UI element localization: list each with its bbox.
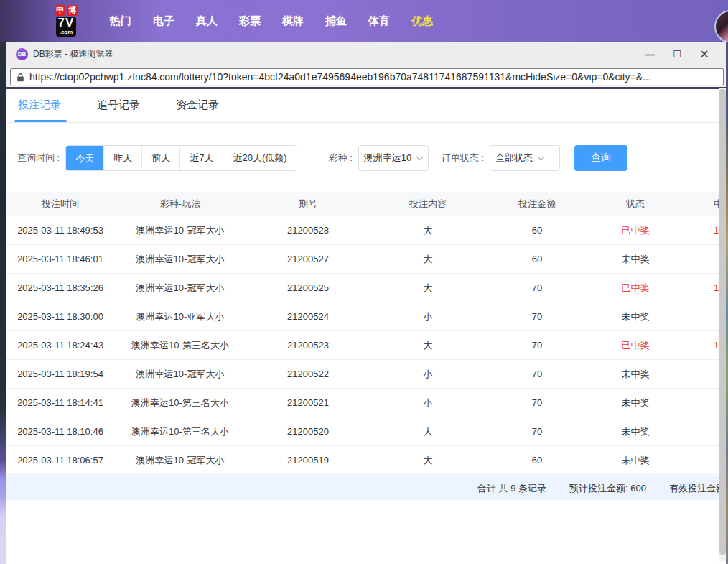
scrollbar-thumb[interactable]: [719, 89, 726, 555]
bet-time: 2025-03-11 18:35:26: [6, 282, 115, 293]
bet-time: 2025-03-11 18:46:01: [6, 254, 115, 264]
site-logo[interactable]: 申 博 7V .com: [49, 5, 83, 37]
background-page-left-edge: [0, 42, 6, 564]
menu-item-cards[interactable]: 棋牌: [282, 14, 304, 28]
time-filter-label: 查询时间 :: [17, 152, 60, 165]
time-option-yesterday[interactable]: 昨天: [103, 146, 141, 170]
bet-time: 2025-03-11 18:49:53: [6, 225, 115, 236]
bet-content: 小: [370, 368, 485, 381]
order-status-value: 全部状态: [495, 152, 533, 165]
time-option-today[interactable]: 今天: [66, 145, 103, 171]
game-play: 澳洲幸运10-第三名大小: [115, 339, 246, 352]
bet-content: 小: [370, 397, 485, 410]
menu-item-sports[interactable]: 体育: [368, 14, 390, 28]
tab-bet-records[interactable]: 投注记录: [18, 98, 61, 122]
summary-valid-amount: 有效投注金额: [669, 482, 725, 495]
game-play: 澳洲幸运10-冠军大小: [115, 368, 246, 381]
table-row: 2025-03-11 18:06:57澳洲幸运10-冠军大小21200519大6…: [6, 446, 728, 475]
chevron-down-icon: [537, 156, 545, 161]
game-play: 澳洲幸运10-冠军大小: [115, 253, 246, 266]
bet-records-table: 投注时间 彩种-玩法 期号 投注内容 投注金额 状态 中奖金额 2025-03-…: [6, 192, 728, 475]
status: 未中奖: [589, 368, 682, 381]
url-text: https://ctop02pchwp1.zfnc84.com/lottery/…: [29, 71, 651, 83]
bet-content: 小: [370, 310, 485, 323]
lock-icon: [17, 73, 24, 82]
site-navbar: 申 博 7V .com 热门 电子 真人 彩票 棋牌 捕鱼 体育 优惠: [0, 0, 728, 42]
menu-item-lottery[interactable]: 彩票: [239, 14, 261, 28]
lottery-select-value: 澳洲幸运10: [364, 152, 411, 165]
order-status-select[interactable]: 全部状态: [490, 145, 560, 171]
game-play: 澳洲幸运10-亚军大小: [115, 310, 246, 323]
time-option-2days-ago[interactable]: 前天: [141, 146, 179, 170]
issue-number: 21200519: [246, 455, 370, 466]
user-avatar[interactable]: [714, 10, 728, 43]
status: 未中奖: [589, 454, 682, 467]
status: 已中奖: [589, 282, 682, 295]
issue-number: 21200524: [246, 311, 370, 322]
status: 未中奖: [589, 397, 682, 410]
menu-item-promos[interactable]: 优惠: [411, 14, 433, 28]
tab-fund-records[interactable]: 资金记录: [176, 98, 219, 122]
status: 已中奖: [589, 339, 682, 352]
table-row: 2025-03-11 18:35:26澳洲幸运10-冠军大小21200525大7…: [6, 274, 728, 302]
bet-content: 大: [370, 454, 485, 467]
bet-time: 2025-03-11 18:10:46: [6, 426, 115, 437]
bet-amount: 70: [485, 369, 589, 379]
menu-item-fishing[interactable]: 捕鱼: [325, 14, 347, 28]
minimize-button[interactable]: —: [636, 49, 663, 60]
time-option-7days[interactable]: 近7天: [179, 146, 223, 170]
header-bet-content: 投注内容: [370, 198, 485, 211]
bet-amount: 60: [485, 225, 589, 236]
bet-time: 2025-03-11 18:24:43: [6, 340, 115, 351]
table-row: 2025-03-11 18:30:00澳洲幸运10-亚军大小21200524小7…: [6, 302, 728, 331]
issue-number: 21200528: [246, 225, 370, 236]
lottery-filter-label: 彩种 :: [329, 152, 353, 165]
game-play: 澳洲幸运10-第三名大小: [115, 397, 246, 410]
table-row: 2025-03-11 18:24:43澳洲幸运10-第三名大小21200523大…: [6, 331, 728, 360]
table-header-row: 投注时间 彩种-玩法 期号 投注内容 投注金额 状态 中奖金额: [6, 192, 728, 216]
menu-item-hot[interactable]: 热门: [110, 14, 131, 28]
screen: 申 博 7V .com 热门 电子 真人 彩票 棋牌 捕鱼 体育 优惠 DB D…: [0, 0, 728, 564]
game-play: 澳洲幸运10-冠军大小: [115, 282, 246, 295]
bet-time: 2025-03-11 18:30:00: [6, 311, 115, 322]
header-status: 状态: [589, 198, 682, 211]
main-menu: 热门 电子 真人 彩票 棋牌 捕鱼 体育 优惠: [99, 14, 444, 28]
table-row: 2025-03-11 18:10:46澳洲幸运10-第三名大小21200520大…: [6, 417, 728, 446]
window-titlebar: DB DB彩票 - 极速浏览器 — ☐ ✕: [6, 42, 728, 67]
bet-content: 大: [370, 224, 485, 237]
header-bet-amount: 投注金额: [485, 198, 589, 211]
time-option-20days[interactable]: 近20天(低频): [223, 146, 296, 170]
logo-badges: 申 博: [55, 5, 78, 16]
table-row: 2025-03-11 18:46:01澳洲幸运10-冠军大小21200527大6…: [6, 245, 728, 274]
maximize-button[interactable]: ☐: [663, 49, 691, 60]
time-range-group: 今天 昨天 前天 近7天 近20天(低频): [65, 145, 297, 171]
issue-number: 21200527: [246, 254, 370, 264]
bet-content: 大: [370, 339, 485, 352]
issue-number: 21200525: [246, 282, 370, 293]
bet-amount: 60: [485, 254, 589, 264]
bet-amount: 70: [485, 426, 589, 437]
menu-item-live[interactable]: 真人: [196, 14, 218, 28]
page-scrollbar[interactable]: [719, 88, 726, 561]
browser-window: DB DB彩票 - 极速浏览器 — ☐ ✕ https://ctop02pchw…: [6, 42, 728, 564]
tabs-divider: [6, 122, 728, 123]
game-play: 澳洲幸运10-第三名大小: [115, 425, 246, 438]
status: 未中奖: [589, 253, 682, 266]
window-controls: — ☐ ✕: [636, 47, 718, 61]
query-button[interactable]: 查询: [574, 145, 627, 171]
address-bar[interactable]: https://ctop02pchwp1.zfnc84.com/lottery/…: [10, 68, 724, 85]
close-button[interactable]: ✕: [691, 47, 718, 61]
bet-time: 2025-03-11 18:14:41: [6, 397, 115, 408]
bet-content: 大: [370, 282, 485, 295]
tab-chase-records[interactable]: 追号记录: [97, 98, 140, 122]
menu-item-slots[interactable]: 电子: [153, 14, 174, 28]
browser-favicon: DB: [16, 48, 28, 60]
lottery-select[interactable]: 澳洲幸运10: [358, 145, 429, 171]
status-filter-label: 订单状态 :: [442, 152, 484, 165]
table-row: 2025-03-11 18:14:41澳洲幸运10-第三名大小21200521小…: [6, 389, 728, 417]
table-row: 2025-03-11 18:49:53澳洲幸运10-冠军大小21200528大6…: [6, 216, 728, 245]
logo-badge-1: 申: [55, 5, 65, 16]
status: 未中奖: [589, 310, 682, 323]
browser-urlbar: https://ctop02pchwp1.zfnc84.com/lottery/…: [6, 67, 728, 89]
bet-amount: 70: [485, 397, 589, 408]
